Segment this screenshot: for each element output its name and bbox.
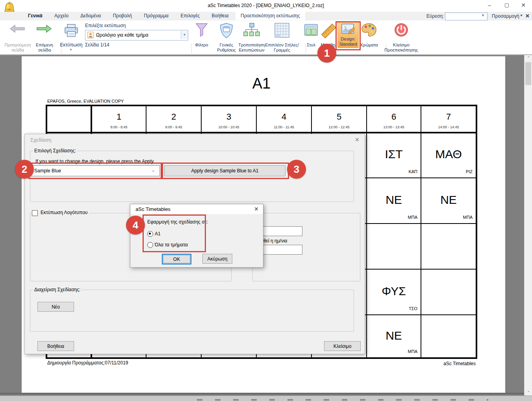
col-time: 13:00 - 13:45 — [367, 125, 421, 129]
design-dialog-title: Σχεδίαση — [30, 137, 52, 143]
style-button[interactable]: Στυλ — [302, 43, 320, 48]
footer-created: Δημιουργία Προγράμματος:07/11/2019 — [47, 360, 128, 366]
col-header: 5 — [312, 112, 366, 122]
filter-button[interactable]: Φίλτρο — [190, 43, 213, 48]
previous-page-button[interactable]: Προηγούμενη σελίδα — [2, 43, 34, 53]
filter-icon[interactable] — [195, 23, 208, 40]
print-type-caret-icon[interactable]: ▼ — [181, 31, 188, 39]
next-page-button[interactable]: Επόμενη σελίδα — [31, 43, 58, 53]
msgbox-close-icon[interactable]: ✕ — [254, 206, 259, 212]
logo-checkbox-label[interactable]: Εκτύπωση Λογότυπου — [39, 210, 89, 215]
tab-voitheia[interactable]: Βοήθεια — [207, 12, 234, 20]
svg-text:aSc: aSc — [7, 8, 11, 11]
colors-icon[interactable] — [361, 23, 377, 39]
customize-label[interactable]: Προσαρμογή — [492, 13, 519, 19]
cancel-button[interactable]: Ακύρωση — [202, 254, 232, 264]
annotation-badge-2: 2 — [15, 160, 34, 179]
tab-programma[interactable]: Πρόγραμμα — [139, 12, 174, 20]
tab-epiloges[interactable]: Επιλογές — [176, 12, 205, 20]
partial-date-label: θεί η ημ/νια — [263, 238, 287, 244]
find-dropdown-icon[interactable]: ▼ — [481, 13, 485, 17]
close-preview-icon[interactable] — [394, 22, 409, 39]
general-settings-icon[interactable] — [219, 22, 234, 41]
scroll-down-icon[interactable]: ⌄ — [525, 389, 532, 393]
dialog-close-button[interactable]: Κλείσιμο — [324, 341, 361, 351]
next-page-icon[interactable] — [36, 24, 52, 35]
taskbar-sliver — [0, 395, 532, 401]
print-type-combobox[interactable]: Ωρολόγιο για κάθε τμήμα ▼ — [85, 30, 188, 41]
tab-arxeio[interactable]: Αρχείο — [49, 12, 74, 20]
tab-genika[interactable]: Γενικά — [23, 12, 48, 20]
maximize-button[interactable]: ▢ — [501, 2, 513, 10]
lesson-subject: ΜΑΘ — [421, 148, 476, 161]
select-print-label: Επιλέξτε εκτύπωση — [85, 23, 126, 28]
watermark-text: EPAFOS, Greece, EVALUATION COPY — [47, 99, 124, 103]
ok-button[interactable]: OK — [162, 254, 191, 264]
scrollbar-thumb[interactable] — [525, 62, 531, 85]
minimize-button[interactable]: – — [484, 2, 495, 10]
app-window: aSc aSc Timetables 2020 - [DEMO_ENIAIO_L… — [0, 0, 532, 401]
design-dialog-close-icon[interactable]: ✕ — [355, 137, 360, 143]
lesson-subject: ΝΕ — [421, 193, 476, 207]
style-icon[interactable] — [304, 24, 318, 38]
timetable-icon — [87, 31, 94, 40]
col-header: 2 — [146, 112, 201, 122]
titlebar: aSc aSc Timetables 2020 - [DEMO_ENIAIO_L… — [0, 0, 532, 12]
lesson-teacher: ΤΣΟ — [367, 306, 417, 311]
design-manage-group-label: Διαχείριση Σχεδίασης: — [33, 287, 82, 292]
design-manage-group — [30, 290, 354, 332]
logo-checkbox[interactable] — [32, 210, 38, 216]
print-icon[interactable] — [64, 24, 79, 39]
tab-dedomena[interactable]: Δεδομένα — [75, 12, 106, 20]
lesson-teacher: ΜΠΑ — [367, 215, 417, 220]
modify-prints-icon[interactable] — [243, 22, 260, 41]
ribbon-tabstrip: Γενικά Αρχείο Δεδομένα Προβολή Πρόγραμμα… — [0, 12, 532, 20]
col-time: 8:00 - 8:45 — [92, 125, 146, 129]
lesson-subject: ΝΕ — [367, 193, 421, 207]
print-button[interactable]: Εκτύπωση — [58, 43, 84, 48]
lesson-subject: ΦΥΣ — [367, 285, 421, 298]
col-time: 9:00 - 9:45 — [146, 125, 201, 129]
new-design-button[interactable]: Νέο — [37, 302, 74, 312]
page-bottom-edge — [0, 393, 524, 394]
page-info: Σελίδα 1/14 — [85, 42, 109, 48]
annotation-badge-4: 4 — [126, 216, 145, 235]
extra-columns-icon[interactable] — [274, 22, 290, 40]
design-select-group-label: Επιλογή Σχεδίασης: — [33, 148, 77, 153]
help-button[interactable]: Βοήθεια — [37, 341, 74, 351]
annotation-badge-3: 3 — [287, 160, 306, 179]
extra-columns-button[interactable]: Επιπλέον Στήλες/Γραμμές — [261, 43, 303, 53]
msgbox-title: aSc Timetables — [135, 206, 171, 212]
close-preview-button[interactable]: Κλείσιμο Προεπισκόπησης — [379, 43, 424, 53]
msgbox-titlebar: aSc Timetables ✕ — [130, 204, 263, 214]
col-header: 4 — [257, 112, 311, 122]
print-type-value: Ωρολόγιο για κάθε τμήμα — [96, 32, 148, 38]
col-header: 6 — [367, 112, 421, 122]
lesson-teacher: ΜΠΑ — [367, 349, 417, 354]
tab-print-preview[interactable]: Προεπισκόπηση εκτύπωσης — [235, 12, 305, 20]
print-dropdown-caret-icon[interactable]: ▼ — [69, 48, 72, 52]
col-time: 10:00 - 10:45 — [202, 125, 256, 129]
window-title: aSc Timetables 2020 - [DEMO_ENIAIO_LYKEI… — [158, 3, 374, 8]
col-header: 3 — [202, 112, 256, 122]
lesson-teacher: ΚΑΠ — [367, 169, 417, 174]
customize-close-icon[interactable]: ✕ — [525, 13, 530, 19]
lesson-subject: ΙΣΤ — [367, 148, 421, 161]
footer-brand: aSc Timetables — [397, 361, 476, 366]
close-button[interactable]: ✕ — [517, 2, 529, 10]
lesson-teacher: ΡΙΖ — [421, 169, 473, 174]
customize-caret-icon[interactable]: ▼ — [520, 14, 523, 17]
tab-provoli[interactable]: Προβολή — [108, 12, 137, 20]
col-time: 12:00 - 12:45 — [312, 125, 366, 129]
col-header: 1 — [92, 112, 146, 122]
annotation-rect-combobox — [28, 163, 163, 179]
previous-page-icon[interactable] — [9, 24, 25, 35]
page-title: A1 — [47, 75, 476, 92]
lesson-teacher: ΜΠΑ — [421, 215, 473, 220]
toolbar: Προηγούμενη σελίδα Επόμενη σελίδα Εκτύπω… — [0, 20, 532, 55]
lesson-subject: ΝΕ — [367, 329, 421, 342]
scroll-up-icon[interactable]: ⌃ — [525, 56, 532, 60]
vertical-scrollbar[interactable]: ⌃ ⌄ — [524, 55, 532, 395]
col-header: 7 — [421, 112, 476, 122]
annotation-rect-design — [336, 21, 361, 50]
